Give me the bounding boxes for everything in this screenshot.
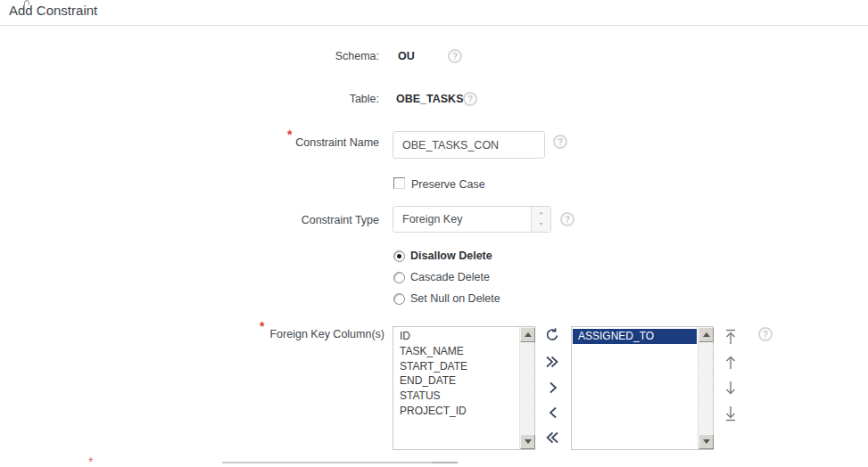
selected-columns-listbox[interactable]: ASSIGNED_TO xyxy=(571,326,714,450)
list-item[interactable]: TASK_NAME xyxy=(394,344,518,359)
header-divider xyxy=(0,25,868,26)
constraint-type-value: Foreign Key xyxy=(402,207,462,232)
move-all-right-icon[interactable] xyxy=(544,354,560,373)
fk-columns-label: Foreign Key Column(s) xyxy=(125,328,384,340)
table-value: OBE_TASKS xyxy=(396,93,463,105)
move-right-icon[interactable] xyxy=(546,380,560,398)
schema-value: OU xyxy=(398,50,415,62)
constraint-name-label: Constraint Name xyxy=(125,136,379,149)
fk-columns-help-icon[interactable]: ? xyxy=(758,327,773,341)
radio-set-null-on-delete-label[interactable]: Set Null on Delete xyxy=(410,292,500,305)
list-item[interactable]: END_DATE xyxy=(394,373,518,389)
constraint-type-select[interactable]: Foreign Key ⌃⌄ xyxy=(393,206,551,233)
list-item[interactable]: ID xyxy=(394,329,518,344)
move-left-icon[interactable] xyxy=(546,405,560,423)
cutoff-required-marker: * xyxy=(88,457,99,465)
constraint-type-label: Constraint Type xyxy=(125,214,379,226)
radio-cascade-delete[interactable] xyxy=(393,272,405,283)
scroll-up-icon[interactable] xyxy=(520,327,535,342)
reset-icon[interactable] xyxy=(544,327,560,346)
scroll-down-icon[interactable] xyxy=(699,434,714,449)
table-label: Table: xyxy=(125,93,379,105)
constraint-type-help-icon[interactable]: ? xyxy=(560,212,575,226)
scroll-up-icon[interactable] xyxy=(699,327,714,342)
preserve-case-checkbox[interactable] xyxy=(393,177,405,189)
list-item[interactable]: START_DATE xyxy=(394,359,518,374)
schema-label: Schema: xyxy=(125,50,379,62)
selected-columns-scrollbar[interactable] xyxy=(698,327,713,449)
radio-set-null-on-delete[interactable] xyxy=(393,293,405,305)
add-constraint-dialog: Add Constraint Schema: OU ? Table: OBE_T… xyxy=(0,0,868,467)
cutoff-divider xyxy=(222,462,458,463)
selected-list-item[interactable]: ASSIGNED_TO xyxy=(573,329,697,344)
table-help-icon[interactable]: ? xyxy=(463,92,477,106)
schema-help-icon[interactable]: ? xyxy=(448,49,462,63)
radio-cascade-delete-label[interactable]: Cascade Delete xyxy=(410,271,490,283)
constraint-name-input[interactable] xyxy=(393,131,545,159)
scroll-down-icon[interactable] xyxy=(520,434,535,449)
preserve-case-label: Preserve Case xyxy=(411,178,485,191)
available-columns-scrollbar[interactable] xyxy=(519,327,534,449)
radio-disallow-delete[interactable] xyxy=(393,250,405,262)
constraint-name-help-icon[interactable]: ? xyxy=(553,135,567,149)
move-all-left-icon[interactable] xyxy=(544,430,560,448)
select-spinner-icon: ⌃⌄ xyxy=(531,207,550,232)
cursor-artifact xyxy=(24,0,29,6)
move-bottom-icon[interactable] xyxy=(723,405,738,424)
move-down-icon[interactable] xyxy=(723,380,738,398)
available-columns-listbox[interactable]: ID TASK_NAME START_DATE END_DATE STATUS … xyxy=(393,326,535,450)
page-title: Add Constraint xyxy=(9,3,97,18)
list-item[interactable]: STATUS xyxy=(394,389,518,404)
list-item[interactable]: PROJECT_ID xyxy=(394,404,518,419)
radio-disallow-delete-label[interactable]: Disallow Delete xyxy=(410,250,492,262)
move-top-icon[interactable] xyxy=(723,329,738,348)
move-up-icon[interactable] xyxy=(723,355,738,373)
